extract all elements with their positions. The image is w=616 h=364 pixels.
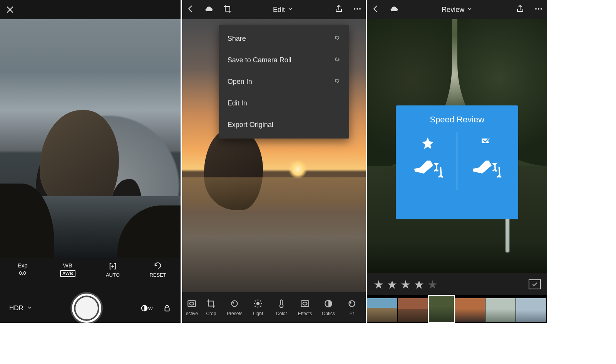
edit-tool[interactable]: Optics <box>317 299 340 316</box>
tool-label: Presets <box>227 311 243 316</box>
edit-toolbar: ectiveCropPresetsLightColorEffectsOptics… <box>182 292 366 323</box>
thumbnail[interactable] <box>398 298 428 322</box>
star-icon[interactable]: ★ <box>414 278 424 291</box>
crop-overlay-icon[interactable] <box>223 4 232 15</box>
star-icon[interactable]: ★ <box>387 278 397 291</box>
tool-icon <box>300 299 310 309</box>
tool-icon <box>276 299 286 309</box>
tool-icon <box>253 299 263 309</box>
flag-gesture-hint <box>457 136 515 186</box>
overlay-title: Speed Review <box>430 115 484 125</box>
swipe-gesture-icon <box>469 157 503 186</box>
gear-icon[interactable] <box>334 56 341 65</box>
tool-icon <box>187 299 197 309</box>
review-screen: Review Speed Review <box>367 0 547 323</box>
menu-item[interactable]: Edit In <box>219 92 349 114</box>
tool-label: Optics <box>322 311 335 316</box>
more-icon[interactable] <box>353 4 362 15</box>
tool-icon <box>323 299 333 309</box>
reset-icon <box>154 262 162 270</box>
reset-control[interactable]: RESET <box>141 262 175 278</box>
view-title: Review <box>442 6 464 14</box>
tool-label: ective <box>186 311 198 316</box>
menu-item-label: Open In <box>228 78 252 86</box>
tool-icon <box>229 299 239 309</box>
edit-tool[interactable]: Light <box>246 299 270 316</box>
gear-icon[interactable] <box>334 34 341 43</box>
speed-review-overlay: Speed Review <box>396 105 518 219</box>
chevron-down-icon <box>287 6 293 14</box>
more-icon[interactable] <box>534 4 543 15</box>
tool-icon <box>206 299 216 309</box>
tool-label: Light <box>253 311 263 316</box>
reset-label: RESET <box>149 272 166 278</box>
exposure-control[interactable]: Exp 0.0 <box>5 262 40 276</box>
view-picker[interactable]: Review <box>442 6 473 14</box>
bracket-focus-icon <box>109 262 117 270</box>
camera-screen: Exp 0.0 WB AWB AUTO RESET HDR <box>0 0 181 323</box>
flag-toggle[interactable] <box>529 279 541 289</box>
share-icon[interactable] <box>334 4 343 15</box>
menu-item-label: Share <box>228 35 246 43</box>
wb-value: AWB <box>60 270 75 277</box>
cloud-sync-icon[interactable] <box>390 4 399 15</box>
edit-screen: Edit ShareSave to Camera RollOpen InEdit… <box>181 0 368 323</box>
flag-checked-icon <box>479 136 493 150</box>
thumbnail[interactable] <box>516 298 546 322</box>
star-rating[interactable]: ★★★★★ <box>373 278 438 291</box>
edit-tool[interactable]: Color <box>270 299 293 316</box>
menu-item[interactable]: Share <box>219 28 349 49</box>
capture-mode-picker[interactable]: HDR <box>9 304 33 312</box>
cloud-sync-icon[interactable] <box>204 4 214 15</box>
exposure-value: 0.0 <box>19 270 26 276</box>
rating-gesture-hint <box>399 136 457 186</box>
edit-tool[interactable]: Presets <box>223 299 246 316</box>
star-icon[interactable]: ★ <box>427 278 438 291</box>
whitebalance-control[interactable]: WB AWB <box>50 262 85 277</box>
edit-tool[interactable]: ective <box>184 299 199 316</box>
lock-icon[interactable] <box>163 304 171 312</box>
view-picker[interactable]: Edit <box>273 6 293 14</box>
menu-item[interactable]: Save to Camera Roll <box>219 49 349 71</box>
chevron-down-icon <box>27 304 33 312</box>
tool-label: Crop <box>206 311 216 316</box>
back-icon[interactable] <box>371 4 380 15</box>
tool-label: Color <box>276 311 287 316</box>
camera-viewfinder <box>0 19 181 258</box>
share-menu: ShareSave to Camera RollOpen InEdit InEx… <box>219 25 349 139</box>
filmstrip[interactable] <box>367 295 547 323</box>
menu-item[interactable]: Open In <box>219 71 349 92</box>
gear-icon[interactable] <box>334 77 341 86</box>
thumbnail[interactable] <box>367 298 397 322</box>
star-icon <box>421 136 435 150</box>
wb-label: WB <box>63 262 72 269</box>
view-title: Edit <box>273 6 285 14</box>
star-icon[interactable]: ★ <box>400 278 411 291</box>
close-icon[interactable] <box>5 5 15 14</box>
thumbnail-selected[interactable] <box>429 296 454 322</box>
menu-item-label: Save to Camera Roll <box>228 56 291 64</box>
thumbnail[interactable] <box>455 298 485 322</box>
edit-tool[interactable]: Effects <box>293 299 317 316</box>
balance-toggle-label: W <box>148 306 152 311</box>
focus-control[interactable]: AUTO <box>95 262 130 278</box>
tool-label: Effects <box>298 311 312 316</box>
shutter-button[interactable] <box>72 294 101 323</box>
exposure-label: Exp <box>18 262 28 269</box>
share-icon[interactable] <box>516 4 525 15</box>
back-icon[interactable] <box>186 4 195 15</box>
lens-icon <box>140 304 149 312</box>
tool-label: Pr <box>350 311 354 316</box>
capture-mode-label: HDR <box>9 304 23 312</box>
swipe-gesture-icon <box>411 157 445 186</box>
menu-item-label: Export Original <box>228 121 273 129</box>
star-icon[interactable]: ★ <box>373 278 384 291</box>
chevron-down-icon <box>467 6 473 14</box>
edit-tool[interactable]: Pr <box>340 299 363 316</box>
focus-label: AUTO <box>106 272 120 278</box>
thumbnail[interactable] <box>485 298 516 322</box>
tool-icon <box>347 299 357 309</box>
menu-item[interactable]: Export Original <box>219 114 349 135</box>
edit-tool[interactable]: Crop <box>199 299 223 316</box>
balance-toggle[interactable]: W <box>140 304 152 312</box>
